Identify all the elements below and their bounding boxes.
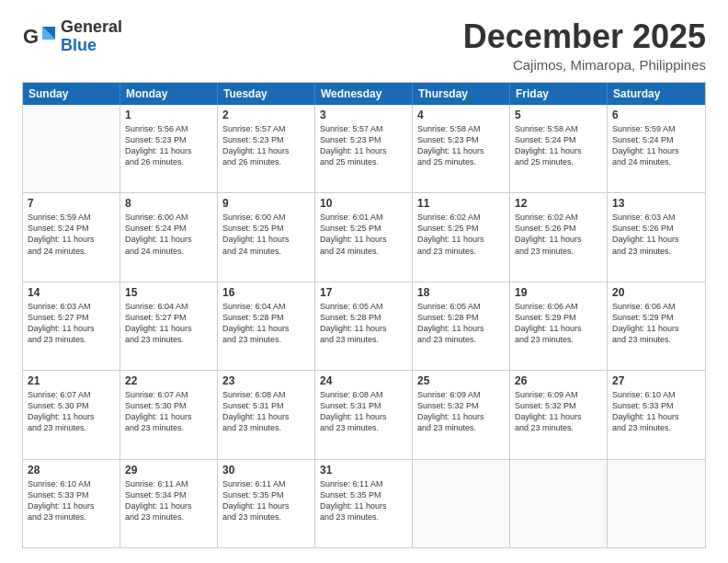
calendar-cell (413, 460, 510, 547)
day-number: 27 (612, 374, 700, 387)
day-number: 5 (515, 109, 602, 121)
day-info: Sunrise: 6:10 AMSunset: 5:33 PMDaylight:… (28, 478, 115, 523)
day-number: 15 (125, 286, 212, 299)
day-number: 1 (125, 109, 212, 121)
calendar-cell: 15Sunrise: 6:04 AMSunset: 5:27 PMDayligh… (120, 282, 218, 370)
calendar-cell: 11Sunrise: 6:02 AMSunset: 5:25 PMDayligh… (413, 193, 510, 281)
calendar-cell: 22Sunrise: 6:07 AMSunset: 5:30 PMDayligh… (120, 371, 218, 458)
logo-general: General (61, 18, 122, 37)
day-info: Sunrise: 6:10 AMSunset: 5:33 PMDaylight:… (612, 389, 700, 434)
calendar-week-4: 21Sunrise: 6:07 AMSunset: 5:30 PMDayligh… (23, 371, 705, 459)
calendar-cell: 20Sunrise: 6:06 AMSunset: 5:29 PMDayligh… (608, 282, 705, 370)
weekday-header-friday: Friday (510, 83, 608, 105)
logo: G General Blue (22, 18, 122, 55)
day-number: 13 (612, 197, 700, 210)
calendar-cell: 26Sunrise: 6:09 AMSunset: 5:32 PMDayligh… (510, 371, 608, 458)
calendar-cell (510, 460, 608, 547)
calendar-cell: 16Sunrise: 6:04 AMSunset: 5:28 PMDayligh… (218, 282, 315, 370)
calendar-week-5: 28Sunrise: 6:10 AMSunset: 5:33 PMDayligh… (23, 460, 705, 547)
calendar-cell: 2Sunrise: 5:57 AMSunset: 5:23 PMDaylight… (218, 105, 315, 192)
day-number: 19 (515, 286, 602, 299)
calendar-cell (608, 460, 705, 547)
day-info: Sunrise: 5:59 AMSunset: 5:24 PMDaylight:… (612, 123, 700, 168)
page: G General Blue December 2025 Cajimos, Mi… (0, 0, 728, 563)
day-number: 6 (612, 109, 700, 121)
calendar-cell: 25Sunrise: 6:09 AMSunset: 5:32 PMDayligh… (413, 371, 510, 458)
day-number: 24 (320, 374, 407, 387)
day-info: Sunrise: 6:07 AMSunset: 5:30 PMDaylight:… (125, 389, 212, 434)
day-number: 29 (125, 464, 212, 477)
day-info: Sunrise: 6:03 AMSunset: 5:26 PMDaylight:… (612, 212, 700, 257)
day-info: Sunrise: 6:09 AMSunset: 5:32 PMDaylight:… (417, 389, 505, 434)
calendar: SundayMondayTuesdayWednesdayThursdayFrid… (22, 82, 706, 548)
day-number: 25 (417, 374, 505, 387)
day-number: 2 (222, 109, 310, 121)
calendar-cell: 12Sunrise: 6:02 AMSunset: 5:26 PMDayligh… (510, 193, 608, 281)
calendar-cell: 9Sunrise: 6:00 AMSunset: 5:25 PMDaylight… (218, 193, 315, 281)
day-number: 23 (222, 374, 310, 387)
day-info: Sunrise: 6:08 AMSunset: 5:31 PMDaylight:… (222, 389, 310, 434)
day-number: 7 (28, 197, 115, 210)
calendar-cell: 17Sunrise: 6:05 AMSunset: 5:28 PMDayligh… (315, 282, 413, 370)
calendar-cell: 31Sunrise: 6:11 AMSunset: 5:35 PMDayligh… (315, 460, 413, 547)
day-number: 22 (125, 374, 212, 387)
day-info: Sunrise: 5:57 AMSunset: 5:23 PMDaylight:… (320, 123, 407, 168)
day-info: Sunrise: 6:02 AMSunset: 5:26 PMDaylight:… (515, 212, 602, 257)
calendar-cell: 10Sunrise: 6:01 AMSunset: 5:25 PMDayligh… (315, 193, 413, 281)
day-number: 26 (515, 374, 602, 387)
location: Cajimos, Mimaropa, Philippines (463, 57, 706, 73)
calendar-cell: 8Sunrise: 6:00 AMSunset: 5:24 PMDaylight… (120, 193, 218, 281)
day-info: Sunrise: 5:58 AMSunset: 5:23 PMDaylight:… (417, 123, 505, 168)
day-number: 18 (417, 286, 505, 299)
day-number: 3 (320, 109, 407, 121)
calendar-cell: 4Sunrise: 5:58 AMSunset: 5:23 PMDaylight… (413, 105, 510, 192)
day-info: Sunrise: 6:07 AMSunset: 5:30 PMDaylight:… (28, 389, 115, 434)
day-info: Sunrise: 6:03 AMSunset: 5:27 PMDaylight:… (28, 301, 115, 346)
day-info: Sunrise: 6:00 AMSunset: 5:25 PMDaylight:… (222, 212, 310, 257)
day-info: Sunrise: 6:05 AMSunset: 5:28 PMDaylight:… (320, 301, 407, 346)
day-info: Sunrise: 6:02 AMSunset: 5:25 PMDaylight:… (417, 212, 505, 257)
calendar-cell: 3Sunrise: 5:57 AMSunset: 5:23 PMDaylight… (315, 105, 413, 192)
calendar-cell: 19Sunrise: 6:06 AMSunset: 5:29 PMDayligh… (510, 282, 608, 370)
day-number: 20 (612, 286, 700, 299)
calendar-cell: 21Sunrise: 6:07 AMSunset: 5:30 PMDayligh… (23, 371, 120, 458)
calendar-header: SundayMondayTuesdayWednesdayThursdayFrid… (23, 83, 705, 105)
calendar-cell: 18Sunrise: 6:05 AMSunset: 5:28 PMDayligh… (413, 282, 510, 370)
day-number: 4 (417, 109, 505, 121)
calendar-cell: 30Sunrise: 6:11 AMSunset: 5:35 PMDayligh… (218, 460, 315, 547)
day-number: 9 (222, 197, 310, 210)
day-info: Sunrise: 6:06 AMSunset: 5:29 PMDaylight:… (515, 301, 602, 346)
day-number: 28 (28, 464, 115, 477)
day-number: 21 (28, 374, 115, 387)
calendar-cell: 5Sunrise: 5:58 AMSunset: 5:24 PMDaylight… (510, 105, 608, 192)
day-number: 16 (222, 286, 310, 299)
day-number: 10 (320, 197, 407, 210)
weekday-header-saturday: Saturday (608, 83, 705, 105)
day-info: Sunrise: 6:11 AMSunset: 5:35 PMDaylight:… (320, 478, 407, 523)
day-info: Sunrise: 6:01 AMSunset: 5:25 PMDaylight:… (320, 212, 407, 257)
calendar-week-3: 14Sunrise: 6:03 AMSunset: 5:27 PMDayligh… (23, 282, 705, 371)
calendar-cell: 13Sunrise: 6:03 AMSunset: 5:26 PMDayligh… (608, 193, 705, 281)
weekday-header-thursday: Thursday (413, 83, 510, 105)
svg-text:G: G (23, 25, 39, 48)
day-info: Sunrise: 6:05 AMSunset: 5:28 PMDaylight:… (417, 301, 505, 346)
day-info: Sunrise: 6:08 AMSunset: 5:31 PMDaylight:… (320, 389, 407, 434)
logo-blue: Blue (61, 37, 122, 55)
weekday-header-tuesday: Tuesday (218, 83, 315, 105)
calendar-cell: 23Sunrise: 6:08 AMSunset: 5:31 PMDayligh… (218, 371, 315, 458)
day-number: 30 (222, 464, 310, 477)
calendar-cell: 27Sunrise: 6:10 AMSunset: 5:33 PMDayligh… (608, 371, 705, 458)
weekday-header-sunday: Sunday (23, 83, 120, 105)
title-block: December 2025 Cajimos, Mimaropa, Philipp… (463, 18, 706, 73)
day-info: Sunrise: 6:04 AMSunset: 5:27 PMDaylight:… (125, 301, 212, 346)
day-info: Sunrise: 6:00 AMSunset: 5:24 PMDaylight:… (125, 212, 212, 257)
calendar-week-1: 1Sunrise: 5:56 AMSunset: 5:23 PMDaylight… (23, 105, 705, 193)
day-number: 31 (320, 464, 407, 477)
day-info: Sunrise: 5:57 AMSunset: 5:23 PMDaylight:… (222, 123, 310, 168)
day-info: Sunrise: 6:11 AMSunset: 5:34 PMDaylight:… (125, 478, 212, 523)
day-info: Sunrise: 5:59 AMSunset: 5:24 PMDaylight:… (28, 212, 115, 257)
calendar-cell: 6Sunrise: 5:59 AMSunset: 5:24 PMDaylight… (608, 105, 705, 192)
day-info: Sunrise: 6:11 AMSunset: 5:35 PMDaylight:… (222, 478, 310, 523)
day-info: Sunrise: 5:56 AMSunset: 5:23 PMDaylight:… (125, 123, 212, 168)
day-info: Sunrise: 6:09 AMSunset: 5:32 PMDaylight:… (515, 389, 602, 434)
